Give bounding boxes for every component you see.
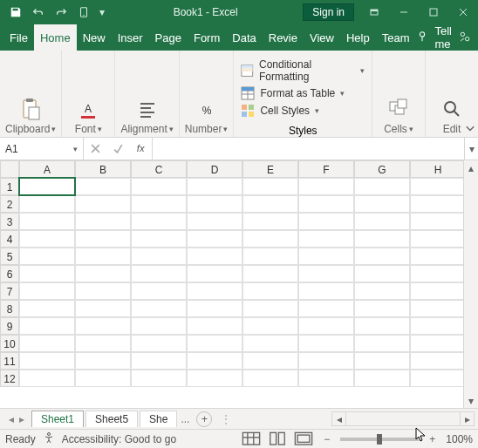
cells-button[interactable] (378, 97, 420, 121)
scroll-right-button[interactable]: ▸ (460, 411, 475, 426)
row-header[interactable]: 8 (0, 300, 19, 317)
vertical-scroll-track[interactable] (464, 175, 478, 393)
cell[interactable] (131, 317, 187, 335)
collapse-ribbon-button[interactable] (464, 123, 476, 135)
row-header[interactable]: 1 (0, 178, 19, 195)
cell[interactable] (298, 300, 354, 317)
sheet-tab[interactable]: She (140, 411, 177, 427)
page-layout-view-button[interactable] (268, 432, 287, 446)
cell[interactable] (187, 282, 242, 300)
column-header[interactable]: F (298, 160, 354, 178)
tab-data[interactable]: Data (226, 24, 262, 51)
maximize-button[interactable] (419, 0, 448, 24)
new-sheet-button[interactable]: + (196, 411, 212, 427)
cell[interactable] (410, 195, 466, 213)
chevron-down-icon[interactable]: ▾ (98, 125, 102, 133)
sheet-tab[interactable]: Sheet1 (31, 411, 84, 427)
redo-button[interactable] (51, 2, 72, 23)
cell[interactable] (242, 195, 298, 213)
cell[interactable] (242, 248, 298, 265)
page-break-view-button[interactable] (294, 432, 313, 446)
save-button[interactable] (5, 2, 26, 23)
cell[interactable] (410, 178, 466, 195)
column-header[interactable]: C (131, 160, 187, 178)
cell[interactable] (410, 317, 466, 335)
qat-customize-button[interactable]: ▾ (96, 2, 108, 23)
zoom-out-button[interactable]: − (320, 433, 333, 445)
row-header[interactable]: 5 (0, 248, 19, 265)
accessibility-label[interactable]: Accessibility: Good to go (62, 433, 176, 445)
cell[interactable] (410, 335, 466, 352)
vertical-scrollbar[interactable]: ▴ ▾ (463, 160, 478, 408)
cell[interactable] (19, 282, 75, 300)
row-header[interactable]: 4 (0, 230, 19, 248)
column-header[interactable]: D (187, 160, 242, 178)
sheet-nav[interactable]: ◂ ▸ (3, 413, 30, 425)
cell[interactable] (242, 213, 298, 230)
row-header[interactable]: 2 (0, 195, 19, 213)
column-header[interactable]: H (410, 160, 466, 178)
zoom-in-button[interactable]: + (426, 433, 439, 445)
cell[interactable] (187, 352, 242, 370)
cell[interactable] (242, 335, 298, 352)
row-header[interactable]: 12 (0, 370, 19, 387)
cell[interactable] (242, 178, 298, 195)
cell[interactable] (131, 352, 187, 370)
cell[interactable] (298, 248, 354, 265)
cell[interactable] (131, 265, 187, 282)
cell[interactable] (410, 230, 466, 248)
cell[interactable] (19, 370, 75, 387)
cell[interactable] (298, 178, 354, 195)
cell[interactable] (187, 265, 242, 282)
zoom-slider[interactable] (340, 438, 419, 441)
cell[interactable] (75, 213, 131, 230)
cell[interactable] (131, 248, 187, 265)
cell[interactable] (19, 195, 75, 213)
row-header[interactable]: 7 (0, 282, 19, 300)
cell[interactable] (410, 282, 466, 300)
cell[interactable] (242, 317, 298, 335)
expand-formula-bar-button[interactable]: ▾ (464, 138, 478, 160)
cell[interactable] (187, 317, 242, 335)
cell[interactable] (354, 213, 410, 230)
cell[interactable] (242, 230, 298, 248)
cell[interactable] (131, 178, 187, 195)
cell[interactable] (354, 317, 410, 335)
cell[interactable] (298, 195, 354, 213)
cell[interactable] (298, 230, 354, 248)
cell[interactable] (19, 248, 75, 265)
alignment-button[interactable] (126, 97, 168, 121)
cell[interactable] (187, 300, 242, 317)
cell[interactable] (298, 282, 354, 300)
chevron-down-icon[interactable]: ▾ (223, 125, 228, 133)
accessibility-icon[interactable] (43, 431, 55, 446)
touch-mode-button[interactable] (73, 2, 94, 23)
cell[interactable] (131, 195, 187, 213)
cell[interactable] (75, 352, 131, 370)
tab-home[interactable]: Home (34, 24, 77, 51)
cell[interactable] (187, 213, 242, 230)
cell[interactable] (242, 282, 298, 300)
tab-formulas[interactable]: Form (188, 24, 226, 51)
tab-help[interactable]: Help (340, 24, 376, 51)
sheet-nav-next-icon[interactable]: ▸ (19, 413, 24, 425)
conditional-formatting-button[interactable]: Conditional Formatting ▾ (241, 58, 365, 83)
cell[interactable] (75, 317, 131, 335)
cell[interactable] (354, 178, 410, 195)
cell[interactable] (298, 370, 354, 387)
undo-button[interactable] (28, 2, 49, 23)
cell[interactable] (75, 178, 131, 195)
cell[interactable] (354, 335, 410, 352)
minimize-button[interactable] (389, 0, 419, 24)
cell[interactable] (298, 335, 354, 352)
cell[interactable] (354, 282, 410, 300)
cell[interactable] (131, 300, 187, 317)
cell[interactable] (19, 352, 75, 370)
tab-file[interactable]: File (3, 24, 34, 51)
ribbon-display-button[interactable] (359, 0, 389, 24)
cell[interactable] (19, 213, 75, 230)
cell[interactable] (187, 195, 242, 213)
tab-review[interactable]: Revie (263, 24, 304, 51)
zoom-level[interactable]: 100% (446, 433, 473, 445)
cell[interactable] (187, 178, 242, 195)
